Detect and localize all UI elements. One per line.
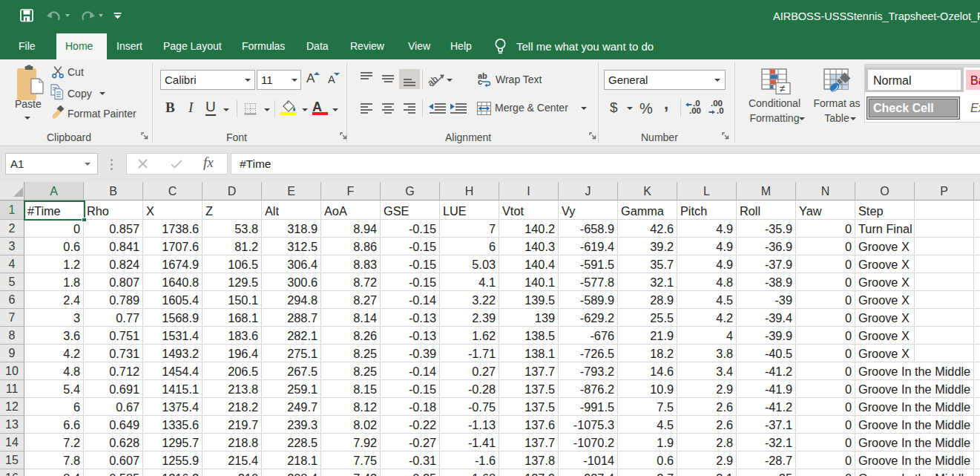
svg-text:≠: ≠ — [780, 82, 786, 94]
